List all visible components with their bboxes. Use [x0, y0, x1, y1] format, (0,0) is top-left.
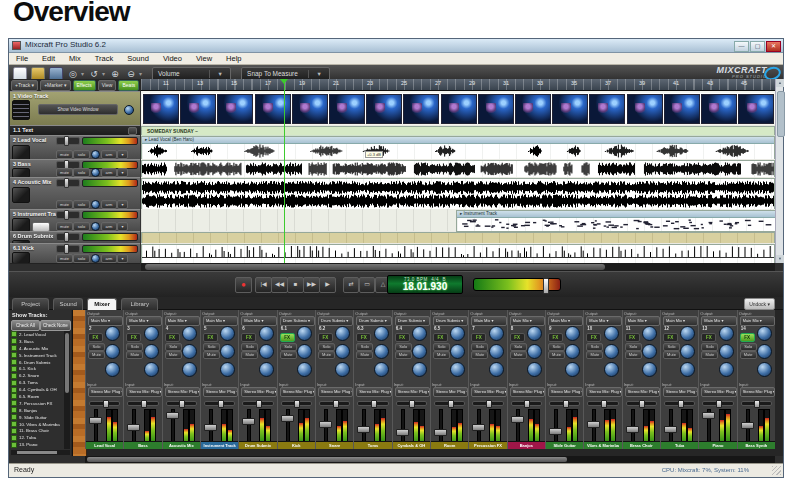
slider-handle[interactable]	[64, 178, 69, 188]
effects-button[interactable]: Effects	[73, 80, 96, 91]
output-dropdown[interactable]: Drum Submix ▾	[433, 316, 468, 326]
view-button[interactable]: View	[98, 80, 117, 91]
input-dropdown[interactable]: Stereo Mix: Plug ▾	[433, 387, 468, 397]
undo-icon[interactable]: ↺	[88, 68, 100, 80]
checkbox-checked-icon[interactable]	[11, 435, 17, 441]
eq-high-knob[interactable]	[565, 326, 580, 341]
fx-button[interactable]: FX	[165, 333, 180, 342]
rewind-button[interactable]: ◀◀	[271, 277, 288, 293]
solo-button[interactable]: Solo	[625, 343, 642, 351]
eq-mid-knob[interactable]	[642, 344, 657, 359]
fader-handle[interactable]	[587, 421, 600, 428]
eq-mid-knob[interactable]	[182, 344, 197, 359]
eq-high-knob[interactable]	[220, 326, 235, 341]
input-dropdown[interactable]: Stereo Mix: Plug ▾	[280, 387, 315, 397]
checkbox-checked-icon[interactable]	[11, 442, 17, 448]
scroll-thumb[interactable]	[87, 457, 567, 462]
slider-handle[interactable]	[64, 210, 69, 220]
pan-slider[interactable]	[434, 401, 465, 406]
solo-button[interactable]: Solo	[548, 343, 565, 351]
output-dropdown[interactable]: Drum Submix ▾	[395, 316, 430, 326]
eq-high-knob[interactable]	[374, 326, 389, 341]
scroll-thumb[interactable]	[777, 91, 785, 137]
fx-button[interactable]: FX	[471, 333, 486, 342]
checklist-item[interactable]: 6.5. Room	[11, 393, 63, 400]
record-button[interactable]: ●	[235, 277, 252, 293]
pan-handle[interactable]	[371, 400, 377, 408]
solo-button[interactable]: Solo	[433, 343, 450, 351]
fader-handle[interactable]	[204, 424, 217, 431]
fx-button[interactable]: FX	[740, 333, 755, 342]
solo-button[interactable]: solo	[73, 200, 90, 209]
pan-handle[interactable]	[601, 400, 607, 408]
output-dropdown[interactable]: Main Mix ▾	[165, 316, 200, 326]
pan-knob[interactable]	[91, 254, 100, 263]
scroll-down-icon[interactable]: ▼	[776, 255, 784, 263]
output-dropdown[interactable]: Main Mix ▾	[740, 316, 775, 326]
mute-button[interactable]: Mute	[663, 351, 680, 359]
tab-project[interactable]: Project	[12, 298, 49, 310]
fader-handle[interactable]	[702, 412, 715, 419]
output-dropdown[interactable]: Drum Submix ▾	[280, 316, 315, 326]
checklist-item[interactable]: 13. Piano	[11, 441, 63, 448]
fader-handle[interactable]	[89, 417, 102, 424]
check-none-button[interactable]: Check None	[40, 320, 71, 331]
eq-mid-knob[interactable]	[604, 344, 619, 359]
eq-mid-knob[interactable]	[565, 344, 580, 359]
input-dropdown[interactable]: Stereo Mix: Plug ▾	[548, 387, 583, 397]
input-dropdown[interactable]: Stereo Mix: Plug ▾	[586, 387, 621, 397]
output-dropdown[interactable]: Main Mix ▾	[126, 316, 161, 326]
fx-button[interactable]: FX	[663, 333, 678, 342]
eq-low-knob[interactable]	[489, 362, 504, 377]
checklist-item[interactable]: 2. Lead Vocal	[11, 331, 63, 338]
pan-knob[interactable]	[91, 222, 100, 231]
eq-high-knob[interactable]	[412, 326, 427, 341]
checklist-item[interactable]: 9. Slide Guitar	[11, 414, 63, 421]
mute-button[interactable]: Mute	[740, 351, 757, 359]
menu-mix[interactable]: Mix	[62, 54, 88, 63]
fx-button[interactable]: FX	[510, 333, 525, 342]
solo-button[interactable]: Solo	[586, 343, 603, 351]
output-dropdown[interactable]: Main Mix ▾	[625, 316, 660, 326]
checklist-item[interactable]: 8. Banjos	[11, 407, 63, 414]
checkbox-checked-icon[interactable]	[11, 345, 17, 351]
fx-button[interactable]: FX	[395, 333, 410, 342]
fader-handle[interactable]	[166, 412, 179, 419]
solo-button[interactable]: Solo	[126, 343, 143, 351]
eq-low-knob[interactable]	[450, 362, 465, 377]
fader-handle[interactable]	[357, 426, 370, 433]
track-lane-acoustic-mix[interactable]	[141, 177, 775, 209]
fx-button[interactable]: FX	[318, 333, 333, 342]
input-dropdown[interactable]: Stereo Mix: Plug ▾	[88, 387, 123, 397]
eq-low-knob[interactable]	[565, 362, 580, 377]
solo-button[interactable]: Solo	[663, 343, 680, 351]
fader-handle[interactable]	[281, 415, 294, 422]
pan-handle[interactable]	[103, 400, 109, 408]
eq-low-knob[interactable]	[719, 362, 734, 377]
eq-high-knob[interactable]	[680, 326, 695, 341]
input-dropdown[interactable]: Stereo Mix: Plug ▾	[625, 387, 660, 397]
pan-slider[interactable]	[587, 401, 618, 406]
checkbox-checked-icon[interactable]	[11, 428, 17, 434]
eq-low-knob[interactable]	[757, 362, 772, 377]
eq-low-knob[interactable]	[604, 362, 619, 377]
fader-handle[interactable]	[242, 418, 255, 425]
eq-high-knob[interactable]	[719, 326, 734, 341]
chevron-down-icon[interactable]: ▾	[81, 70, 84, 77]
playhead-marker-icon[interactable]	[280, 79, 288, 84]
track-lane-text[interactable]: SOMEDAY SUNDAY ~	[141, 125, 775, 135]
checkbox-checked-icon[interactable]	[11, 414, 17, 420]
input-dropdown[interactable]: Stereo Mix: Plug ▾	[165, 387, 200, 397]
stop-button[interactable]: ■	[287, 277, 304, 293]
solo-button[interactable]: solo	[73, 254, 90, 263]
input-dropdown[interactable]: Stereo Mix: Plug ▾	[510, 387, 545, 397]
beats-button[interactable]: Beats	[118, 80, 139, 91]
eq-mid-knob[interactable]	[105, 344, 120, 359]
output-dropdown[interactable]: Main Mix ▾	[663, 316, 698, 326]
pan-handle[interactable]	[333, 400, 339, 408]
pan-handle[interactable]	[141, 400, 147, 408]
mute-button[interactable]: Mute	[165, 351, 182, 359]
track-header-acoustic-mix[interactable]: 4 Acoustic Mixmutesoloarm▾	[10, 177, 140, 210]
solo-button[interactable]: Solo	[510, 343, 527, 351]
eq-high-knob[interactable]	[335, 326, 350, 341]
